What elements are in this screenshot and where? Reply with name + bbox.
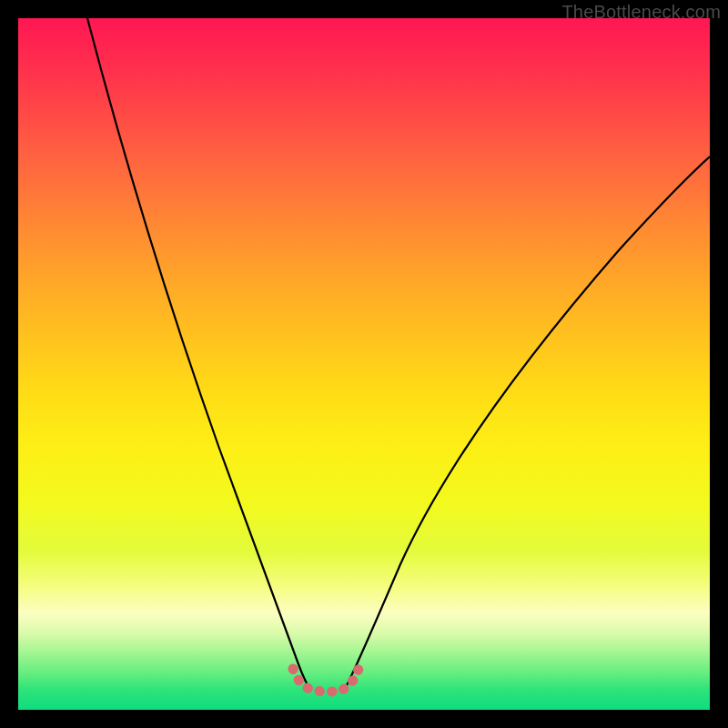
chart-svg (18, 18, 710, 710)
valley-highlight-path (293, 664, 360, 692)
chart-frame: TheBottleneck.com (0, 0, 728, 728)
curve-left-path (87, 18, 309, 688)
plot-area (18, 18, 710, 710)
curve-right-path (347, 157, 710, 685)
